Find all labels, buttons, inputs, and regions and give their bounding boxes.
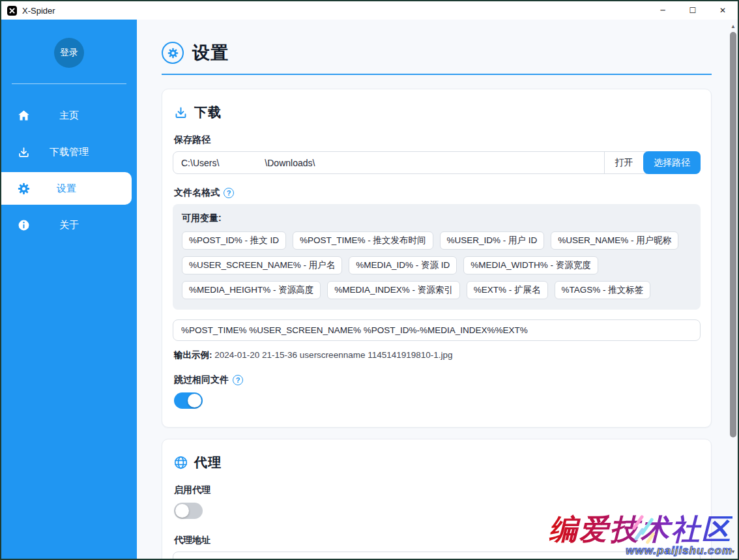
sidebar: 登录 主页 下载管理 [1,20,137,559]
download-section-title: 下载 [194,104,222,121]
close-button[interactable]: ✕ [708,1,738,20]
variable-chip: %MEDIA_ID% - 资源 ID [349,256,457,274]
variables-label: 可用变量: [182,213,691,224]
filename-format-label: 文件名格式 ? [174,187,699,199]
variable-chip: %TAGS% - 推文标签 [555,281,651,299]
skip-same-toggle[interactable] [174,392,203,409]
gear-icon [17,182,30,195]
variable-chip: %POST_ID% - 推文 ID [182,231,286,250]
variables-panel: 可用变量: %POST_ID% - 推文 ID%POST_TIME% - 推文发… [173,204,701,310]
scrollbar: ▲ ▼ [729,20,738,559]
main-panel: 设置 下载 保存路径 打开 选择路径 [137,20,738,559]
x-spider-logo-icon [7,6,17,16]
home-icon [17,109,30,122]
variable-chip: %POST_TIME% - 推文发布时间 [293,231,433,250]
scrollbar-down-arrow[interactable]: ▼ [729,547,738,556]
download-settings-card: 下载 保存路径 打开 选择路径 文件名格式 ? 可用变量: %POST_ID% … [162,89,712,428]
sidebar-nav: 主页 下载管理 [1,97,137,243]
variable-chip: %EXT% - 扩展名 [467,281,548,299]
variable-chip: %USER_SCREEN_NAME% - 用户名 [182,256,342,274]
scrollbar-up-arrow[interactable]: ▲ [729,22,738,31]
variable-chip: %MEDIA_WIDTH% - 资源宽度 [463,256,598,274]
login-button[interactable]: 登录 [54,38,84,68]
toggle-knob [188,394,201,407]
sidebar-item-settings[interactable]: 设置 [1,172,132,205]
download-section-icon [174,106,188,119]
skip-same-label: 跳过相同文件 ? [174,374,699,386]
minimize-button[interactable]: ─ [648,1,678,20]
variable-chip: %USER_NAME% - 用户昵称 [551,231,678,250]
filename-format-input[interactable] [173,319,701,341]
enable-proxy-label: 启用代理 [174,484,699,496]
scrollbar-thumb[interactable] [730,32,736,437]
settings-gear-icon [162,42,184,64]
filename-format-label-text: 文件名格式 [174,187,220,199]
save-path-input[interactable] [173,152,604,173]
sidebar-item-home[interactable]: 主页 [1,97,137,134]
choose-path-button[interactable]: 选择路径 [643,151,701,174]
variable-chip: %MEDIA_HEIGHT% - 资源高度 [182,281,321,299]
page-header: 设置 [162,20,712,65]
variable-chip: %MEDIA_INDEX% - 资源索引 [327,281,460,299]
header-divider [162,74,712,75]
filename-format-help-icon[interactable]: ? [224,188,234,198]
open-path-button[interactable]: 打开 [604,152,643,173]
window-title: X-Spider [22,6,55,16]
sidebar-item-about[interactable]: 关于 [1,207,137,243]
proxy-address-label: 代理地址 [174,535,699,546]
sidebar-item-downloads[interactable]: 下载管理 [1,134,137,170]
enable-proxy-toggle[interactable] [174,503,203,519]
variable-chip: %USER_ID% - 用户 ID [440,231,545,250]
toggle-knob [175,504,189,518]
output-example: 输出示例: 2024-01-20 21-15-36 userscreenname… [173,349,701,361]
proxy-address-input[interactable] [173,552,701,559]
globe-icon [174,456,188,469]
maximize-button[interactable]: ☐ [678,1,708,20]
sidebar-divider [12,83,126,84]
proxy-section-title: 代理 [194,454,222,471]
proxy-settings-card: 代理 启用代理 代理地址 [162,439,712,559]
output-example-value: 2024-01-20 21-15-36 userscreenname 11451… [214,350,452,360]
skip-same-help-icon[interactable]: ? [233,375,243,385]
variable-chips: %POST_ID% - 推文 ID%POST_TIME% - 推文发布时间%US… [182,231,691,299]
output-example-label: 输出示例: [174,350,212,360]
save-path-group: 打开 选择路径 [173,151,701,174]
skip-same-label-text: 跳过相同文件 [174,374,229,386]
info-icon [17,218,30,231]
save-path-label: 保存路径 [174,134,699,146]
titlebar: X-Spider ─ ☐ ✕ [1,1,738,20]
download-icon [17,145,30,158]
page-title: 设置 [192,41,229,65]
